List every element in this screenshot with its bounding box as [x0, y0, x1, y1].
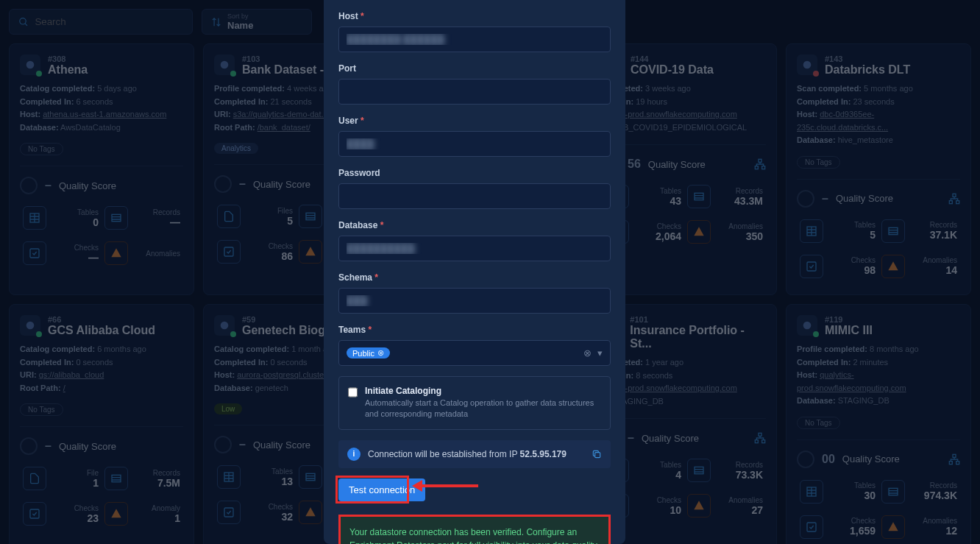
ip-info: i Connection will be established from IP…: [338, 440, 611, 468]
team-chip[interactable]: Public ⊗: [347, 347, 390, 358]
catalog-desc: Automatically start a Catalog operation …: [365, 398, 601, 420]
chevron-down-icon[interactable]: ▾: [597, 347, 603, 358]
port-field: Port: [338, 61, 611, 105]
port-input[interactable]: [338, 79, 611, 105]
port-label: Port: [338, 63, 356, 74]
info-icon: i: [347, 448, 361, 461]
user-field: User *: [338, 113, 611, 157]
host-input[interactable]: [338, 27, 611, 52]
password-input[interactable]: [338, 183, 611, 209]
clear-icon[interactable]: ⊗: [583, 347, 592, 358]
user-label: User *: [338, 116, 364, 126]
catalog-checkbox[interactable]: [348, 387, 358, 398]
user-input[interactable]: [338, 131, 611, 157]
teams-field: Teams * Public ⊗ ⊗ ▾: [338, 322, 611, 366]
teams-select[interactable]: Public ⊗ ⊗ ▾: [338, 340, 611, 366]
svg-rect-43: [595, 452, 600, 457]
connection-modal: Host * Port User * Password Database * S…: [324, 0, 625, 544]
schema-label: Schema *: [338, 272, 378, 283]
host-field: Host *: [338, 9, 611, 52]
success-message: Your datastore connection has been verif…: [338, 515, 611, 544]
password-label: Password: [338, 168, 380, 178]
remove-chip-icon: ⊗: [377, 348, 384, 358]
catalog-title: Initiate Cataloging: [365, 386, 601, 396]
annotation-arrow: [419, 484, 478, 487]
database-field: Database *: [338, 218, 611, 261]
database-input[interactable]: [338, 236, 611, 261]
catalog-box: Initiate Cataloging Automatically start …: [338, 376, 611, 430]
host-label: Host *: [338, 11, 364, 21]
password-field: Password: [338, 166, 611, 209]
copy-icon[interactable]: [592, 449, 602, 459]
schema-field: Schema *: [338, 270, 611, 314]
schema-input[interactable]: [338, 288, 611, 314]
teams-label: Teams *: [338, 325, 372, 335]
database-label: Database *: [338, 220, 383, 230]
